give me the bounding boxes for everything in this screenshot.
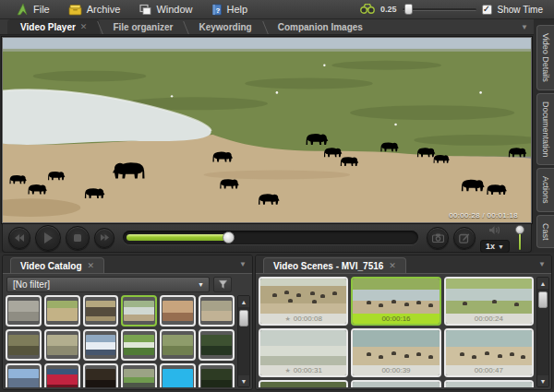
catalog-thumbnail[interactable] <box>6 363 42 387</box>
scroll-down-icon[interactable]: ▼ <box>537 375 548 386</box>
scroll-down-icon[interactable]: ▼ <box>238 375 249 386</box>
zoom-slider-handle[interactable] <box>404 4 413 15</box>
catalog-thumbnail[interactable] <box>199 329 235 361</box>
play-button[interactable] <box>35 225 61 251</box>
rewind-button[interactable] <box>8 227 30 249</box>
menu-archive[interactable]: Archive <box>59 0 130 18</box>
panel-menu-icon[interactable]: ▼ <box>239 260 247 268</box>
right-side-tabs: Video Details Documentation Actions Cast <box>534 19 554 253</box>
panel-menu-icon[interactable]: ▼ <box>521 23 528 31</box>
video-frame[interactable]: 00:00:28 / 00:01:18 <box>2 37 532 223</box>
close-tab-icon[interactable]: ✕ <box>80 22 88 31</box>
show-time-checkbox[interactable]: ✓ <box>482 5 492 15</box>
catalog-thumbnail[interactable] <box>121 295 157 327</box>
elephant-silhouette <box>498 354 502 358</box>
menu-file-label: File <box>33 4 50 15</box>
volume-icon[interactable] <box>488 222 502 239</box>
elephant-silhouette <box>367 301 371 304</box>
seek-progress <box>126 234 229 241</box>
scene-thumbnail[interactable]: 00:00:39 <box>351 328 440 377</box>
speed-value: 1x <box>486 242 495 251</box>
catalog-filter-select[interactable]: [No filter] ▼ <box>6 277 210 292</box>
scene-thumbnail[interactable]: 00:00:47 <box>444 328 534 377</box>
star-icon: ★ <box>284 367 290 374</box>
scene-thumbnail[interactable] <box>259 380 348 387</box>
catalog-thumbnail[interactable] <box>160 363 196 387</box>
snapshot-button[interactable] <box>427 227 449 249</box>
scenes-header: Video Scenes - MVI_7516 ✕ ▼ <box>256 255 551 273</box>
scene-thumbnail[interactable] <box>444 380 534 387</box>
thumbnail-image <box>124 335 154 355</box>
seek-bar[interactable] <box>123 231 418 244</box>
scene-thumbnail[interactable]: ★00:00:31 <box>259 328 348 377</box>
catalog-thumbnail[interactable] <box>83 295 119 327</box>
catalog-thumbnail[interactable] <box>6 295 42 327</box>
scene-thumbnail[interactable]: ★00:00:08 <box>259 277 348 326</box>
catalog-thumbnail[interactable] <box>44 295 80 327</box>
tab-video-player[interactable]: Video Player ✕ <box>7 19 100 34</box>
side-tab-video-details[interactable]: Video Details <box>536 25 554 90</box>
tab-file-organizer[interactable]: File organizer <box>100 19 186 34</box>
menu-archive-label: Archive <box>87 4 121 15</box>
menu-file[interactable]: File <box>7 0 59 18</box>
catalog-thumbnail[interactable] <box>44 329 80 361</box>
filter-funnel-button[interactable] <box>213 277 232 292</box>
play-icon <box>42 232 54 244</box>
scroll-up-icon[interactable]: ▲ <box>537 278 548 289</box>
show-time-label: Show Time <box>498 5 543 15</box>
catalog-thumbnail[interactable] <box>199 295 235 327</box>
scene-thumbnail[interactable] <box>351 380 440 387</box>
elephant-silhouette <box>288 299 293 303</box>
zoom-slider[interactable] <box>403 8 476 11</box>
catalog-thumbnail[interactable] <box>199 363 235 387</box>
thumbnail-image <box>201 369 232 387</box>
side-tab-actions[interactable]: Actions <box>536 168 554 212</box>
thumbnail-image <box>86 369 116 387</box>
scrollbar-thumb[interactable] <box>538 291 548 308</box>
menu-help[interactable]: ? Help <box>202 0 258 18</box>
catalog-thumbnail[interactable] <box>6 329 42 361</box>
stop-icon <box>73 233 82 243</box>
close-tab-icon[interactable]: ✕ <box>389 261 396 270</box>
panel-menu-icon[interactable]: ▼ <box>538 260 546 268</box>
playback-speed-select[interactable]: 1x ▼ <box>480 240 510 253</box>
thumbnail-image <box>47 335 78 355</box>
stop-button[interactable] <box>66 226 90 250</box>
elephant-silhouette <box>296 293 301 297</box>
catalog-thumbnail[interactable] <box>121 329 157 361</box>
edit-scene-button[interactable] <box>453 227 476 249</box>
catalog-thumbnail[interactable] <box>44 363 80 387</box>
volume-slider[interactable] <box>514 225 525 251</box>
timecode-overlay: 00:00:28 / 00:01:18 <box>449 211 518 220</box>
catalog-thumbnail[interactable] <box>83 329 119 361</box>
catalog-thumbnail[interactable] <box>83 363 119 387</box>
close-tab-icon[interactable]: ✕ <box>88 261 95 270</box>
scenes-tab[interactable]: Video Scenes - MVI_7516 ✕ <box>263 257 406 273</box>
scenes-scrollbar[interactable]: ▲ ▼ <box>536 277 549 387</box>
menu-window[interactable]: Window <box>129 0 201 18</box>
tab-keywording[interactable]: Keywording <box>186 19 264 34</box>
side-tab-cast[interactable]: Cast <box>536 215 554 249</box>
elephant-silhouette <box>367 352 371 356</box>
elephant-silhouette <box>521 355 525 359</box>
catalog-thumbnail[interactable] <box>121 363 157 387</box>
side-tab-documentation[interactable]: Documentation <box>536 93 554 166</box>
thumbnail-image <box>446 330 532 365</box>
catalog-scrollbar[interactable]: ▲ ▼ <box>237 295 250 387</box>
scene-thumbnail[interactable]: 00:00:16 <box>351 277 440 326</box>
tab-companion-images[interactable]: Companion Images <box>265 19 376 34</box>
elephant-silhouette <box>391 351 396 355</box>
catalog-tab[interactable]: Video Catalog ✕ <box>10 257 104 273</box>
scene-thumbnail[interactable]: 00:00:24 <box>444 277 534 326</box>
scrollbar-thumb[interactable] <box>239 310 248 327</box>
catalog-thumbnail[interactable] <box>160 329 196 361</box>
seek-handle[interactable] <box>223 232 235 244</box>
volume-handle[interactable] <box>515 225 524 234</box>
catalog-header: Video Catalog ✕ ▼ <box>3 255 252 273</box>
scroll-up-icon[interactable]: ▲ <box>238 296 249 307</box>
catalog-thumbnail[interactable] <box>160 295 196 327</box>
thumbnail-image <box>86 301 116 321</box>
fast-forward-button[interactable] <box>94 228 114 248</box>
elephant-silhouette <box>332 291 337 295</box>
thumbnail-image <box>8 301 39 321</box>
